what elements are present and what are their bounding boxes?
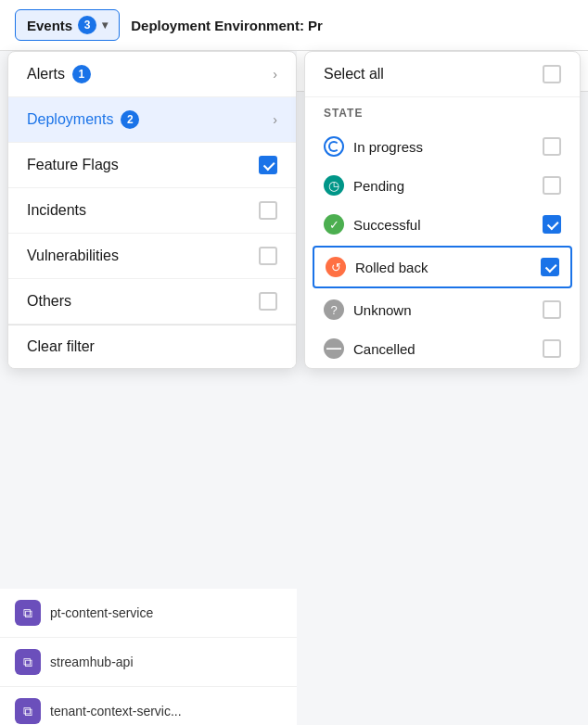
pending-icon: ◷ [324,175,344,196]
state-item-cancelled[interactable]: — Cancelled [305,329,580,368]
menu-item-deployments[interactable]: Deployments 2 › [8,97,296,143]
cancelled-icon: — [324,338,344,359]
alerts-label: Alerts [27,66,65,83]
events-count-badge: 3 [78,16,96,34]
successful-icon: ✓ [324,214,344,235]
rolled-back-icon: ↺ [326,257,346,277]
header-bar: Events 3 ▾ Deployment Environment: Pr [0,0,588,51]
feature-flags-label: Feature Flags [27,157,119,173]
service-item-3[interactable]: ⧉ tenant-context-servic... [0,687,297,725]
in-progress-checkbox[interactable] [543,137,561,156]
state-item-pending[interactable]: ◷ Pending [305,166,580,205]
cancelled-label: Cancelled [353,341,533,357]
vulnerabilities-checkbox[interactable] [259,247,277,265]
service-name-1: pt-content-service [50,605,153,620]
state-item-unknown[interactable]: ? Unknown [305,290,580,329]
service-icon-3: ⧉ [15,698,41,724]
pending-checkbox[interactable] [543,176,561,195]
cancelled-checkbox[interactable] [543,339,561,358]
state-item-rolled-back[interactable]: ↺ Rolled back [313,246,572,288]
rolled-back-label: Rolled back [355,260,531,275]
alerts-badge: 1 [72,65,91,83]
successful-checkbox[interactable] [543,215,561,234]
state-section: STATE [305,97,580,127]
rolled-back-checkbox[interactable] [541,258,559,276]
in-progress-label: In progress [353,139,533,155]
events-button[interactable]: Events 3 ▾ [15,9,120,41]
deployment-label: Deployment Environment: Pr [131,18,323,33]
others-label: Others [27,293,71,310]
menu-item-vulnerabilities[interactable]: Vulnerabilities [8,234,296,279]
clear-filter-label: Clear filter [27,338,95,354]
menu-item-others[interactable]: Others [8,279,296,324]
main-content: 8:00 10:00 Alerts 1 › Deployments 2 › Fe… [0,51,588,725]
select-all-row[interactable]: Select all [305,52,580,97]
unknown-checkbox[interactable] [543,300,561,319]
state-item-in-progress[interactable]: In progress [305,127,580,166]
select-all-label: Select all [324,66,384,83]
chevron-right-icon-2: › [273,112,277,127]
vulnerabilities-label: Vulnerabilities [27,248,119,264]
menu-item-incidents[interactable]: Incidents [8,188,296,234]
state-item-successful[interactable]: ✓ Successful [305,205,580,244]
events-label: Events [27,18,72,33]
state-section-label: STATE [324,107,561,120]
deployments-badge: 2 [121,110,139,129]
service-icon-2: ⧉ [15,649,41,675]
left-panel: Alerts 1 › Deployments 2 › Feature Flags… [7,51,297,369]
service-name-3: tenant-context-servic... [50,704,182,719]
unknown-icon: ? [324,299,344,320]
right-panel: Select all STATE In progress ◷ Pending ✓… [304,51,581,369]
deployments-label: Deployments [27,111,113,128]
select-all-checkbox[interactable] [543,65,561,83]
service-item-2[interactable]: ⧉ streamhub-api [0,638,297,687]
incidents-checkbox[interactable] [259,201,277,220]
feature-flags-checkbox[interactable] [259,156,277,174]
incidents-label: Incidents [27,202,86,219]
menu-item-alerts[interactable]: Alerts 1 › [8,52,296,97]
chevron-down-icon: ▾ [102,19,108,32]
chevron-right-icon: › [273,67,277,82]
clear-filter[interactable]: Clear filter [8,324,296,368]
pending-label: Pending [353,178,533,194]
service-item-1[interactable]: ⧉ pt-content-service [0,589,297,638]
service-name-2: streamhub-api [50,655,134,669]
service-list: ⧉ pt-content-service ⧉ streamhub-api ⧉ t… [0,589,297,725]
others-checkbox[interactable] [259,292,277,311]
successful-label: Successful [353,217,533,233]
service-icon-1: ⧉ [15,600,41,626]
in-progress-icon [324,136,344,157]
unknown-label: Unknown [353,302,533,318]
menu-item-feature-flags[interactable]: Feature Flags [8,143,296,188]
